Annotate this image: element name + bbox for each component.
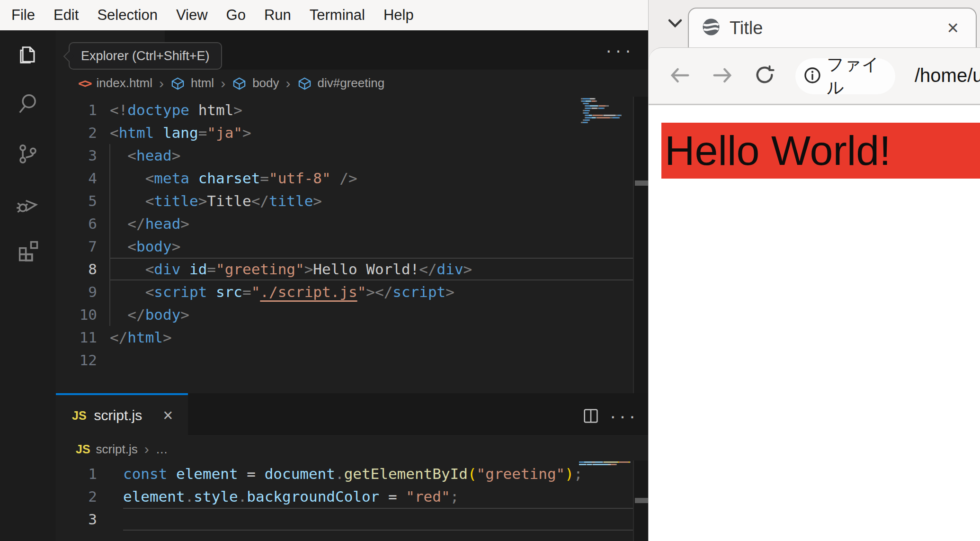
menu-terminal[interactable]: Terminal — [310, 7, 365, 24]
editor-more-actions-icon[interactable]: ··· — [606, 40, 634, 61]
breadcrumb-div-greeting[interactable]: div#greeting — [318, 76, 385, 90]
indent-guide — [109, 144, 110, 326]
menu-selection[interactable]: Selection — [97, 7, 158, 24]
breadcrumb-more[interactable]: … — [156, 442, 168, 457]
scrollbar-thumb[interactable] — [635, 180, 648, 186]
explorer-icon[interactable] — [16, 42, 40, 67]
line-number: 2 — [56, 485, 97, 508]
line-number: 10 — [56, 303, 97, 326]
line-number: 7 — [56, 235, 97, 258]
menu-view[interactable]: View — [176, 7, 208, 24]
menu-file[interactable]: File — [11, 7, 35, 24]
code-editor-js[interactable]: 123 const element = document.getElementB… — [56, 460, 633, 541]
minimap-html[interactable] — [581, 98, 632, 126]
code-lines[interactable]: <!doctype html><html lang="ja"> <head> <… — [110, 99, 633, 371]
editor-tabbar-bottom: JS script.js × — [56, 393, 648, 436]
code-line[interactable]: <div id="greeting">Hello World!</div> — [110, 258, 633, 280]
chevron-right-icon: › — [143, 441, 150, 457]
line-number: 2 — [56, 121, 97, 144]
browser-tab[interactable]: Title × — [688, 8, 977, 47]
editor-group-divider — [633, 97, 648, 393]
code-line[interactable]: <meta charset="utf-8" /> — [110, 167, 633, 189]
code-editor-html[interactable]: 123456789101112 <!doctype html><html lan… — [56, 97, 633, 393]
globe-icon — [701, 17, 721, 39]
js-file-icon: JS — [76, 442, 90, 456]
info-icon[interactable] — [803, 66, 822, 87]
extensions-icon[interactable] — [16, 238, 40, 262]
close-icon[interactable]: × — [947, 17, 959, 39]
code-line[interactable]: </html> — [110, 326, 633, 349]
line-number: 4 — [56, 167, 97, 189]
code-line[interactable]: <title>Title</title> — [110, 189, 633, 212]
greeting-banner: Hello World! — [661, 123, 980, 179]
code-lines[interactable]: const element = document.getElementById(… — [123, 462, 633, 531]
line-number: 5 — [56, 189, 97, 212]
reload-icon[interactable] — [754, 64, 775, 88]
line-numbers: 123 — [56, 462, 97, 531]
search-icon[interactable] — [16, 91, 40, 116]
symbol-cube-icon — [232, 75, 247, 91]
breadcrumb-html[interactable]: html — [191, 76, 214, 90]
chevron-right-icon: › — [285, 75, 292, 91]
tab-list-chevron-down-icon[interactable] — [667, 17, 684, 31]
menu-run[interactable]: Run — [264, 7, 291, 24]
browser-page: Hello World! — [649, 105, 980, 541]
menu-go[interactable]: Go — [226, 7, 246, 24]
run-debug-icon[interactable] — [16, 191, 40, 216]
code-line[interactable]: </body> — [110, 303, 633, 326]
line-number: 3 — [56, 144, 97, 167]
code-line[interactable]: const element = document.getElementById(… — [123, 462, 633, 485]
breadcrumb-script: JS script.js › … — [76, 437, 168, 461]
greeting-text: Hello World! — [661, 126, 891, 175]
vscode-menubar: File Edit Selection View Go Run Terminal… — [0, 0, 648, 30]
code-line[interactable]: <body> — [110, 235, 633, 258]
forward-icon[interactable] — [710, 63, 735, 90]
code-line[interactable]: element.style.backgroundColor = "red"; — [123, 485, 633, 508]
split-editor-icon[interactable] — [581, 406, 600, 427]
menu-edit[interactable]: Edit — [53, 7, 79, 24]
chevron-right-icon: › — [158, 75, 165, 91]
screen: File Edit Selection View Go Run Terminal… — [0, 0, 980, 541]
line-number: 11 — [56, 326, 97, 349]
source-control-icon[interactable] — [16, 142, 40, 166]
tab-script-js[interactable]: JS script.js × — [56, 393, 188, 436]
html-file-icon: <> — [78, 76, 91, 90]
breadcrumb: <> index.html › html › body › div#greeti… — [78, 70, 384, 97]
browser-toolbar: ファイル /home/u — [649, 47, 980, 104]
line-numbers: 123456789101112 — [56, 99, 97, 371]
breadcrumb-file[interactable]: index.html — [97, 76, 153, 90]
breadcrumb-file[interactable]: script.js — [96, 442, 138, 457]
breadcrumb-body[interactable]: body — [252, 76, 279, 90]
symbol-cube-icon — [297, 75, 312, 91]
js-file-icon: JS — [72, 409, 87, 423]
minimap-js[interactable] — [579, 461, 632, 469]
code-line[interactable]: </head> — [110, 212, 633, 235]
line-number: 1 — [56, 462, 97, 485]
line-number: 3 — [56, 508, 97, 531]
scrollbar-thumb[interactable] — [635, 498, 648, 503]
line-number: 12 — [56, 349, 97, 371]
menu-help[interactable]: Help — [383, 7, 414, 24]
url-scheme-label: ファイル — [827, 53, 895, 99]
code-line[interactable]: <html lang="ja"> — [110, 121, 633, 144]
editor-group-divider — [633, 460, 648, 541]
code-line[interactable] — [123, 508, 633, 531]
browser-tab-title: Title — [730, 18, 763, 38]
close-icon[interactable]: × — [163, 406, 173, 425]
explorer-tooltip: Explorer (Ctrl+Shift+E) — [69, 42, 222, 70]
code-line[interactable] — [110, 349, 633, 371]
url-scheme-chip[interactable]: ファイル — [795, 58, 895, 94]
symbol-cube-icon — [170, 75, 185, 91]
code-line[interactable]: <!doctype html> — [110, 99, 633, 121]
line-number: 6 — [56, 212, 97, 235]
editor-more-actions-icon[interactable]: ··· — [610, 406, 639, 427]
line-number: 9 — [56, 280, 97, 303]
tooltip-text: Explorer (Ctrl+Shift+E) — [81, 49, 210, 63]
code-line[interactable]: <script src="./script.js"></script> — [110, 280, 633, 303]
back-icon[interactable] — [668, 63, 692, 90]
browser-window: Title × — [648, 0, 980, 541]
code-line[interactable]: <head> — [110, 144, 633, 167]
address-bar-url[interactable]: /home/u — [915, 65, 980, 86]
chevron-right-icon: › — [220, 75, 226, 91]
tab-label: script.js — [94, 407, 143, 424]
